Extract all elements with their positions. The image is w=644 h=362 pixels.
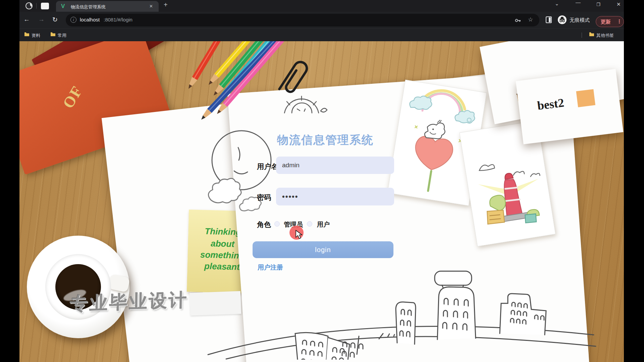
window-minimize-button[interactable]: — <box>576 0 581 5</box>
login-button[interactable]: login <box>253 241 393 258</box>
folder-icon <box>50 32 56 37</box>
url-path: :8081/#/login <box>104 17 132 22</box>
forward-button[interactable]: → <box>38 16 45 23</box>
globe-icon <box>25 2 33 9</box>
back-button[interactable]: ← <box>23 16 30 23</box>
book-cover-text: OF <box>59 82 86 111</box>
window-close-button[interactable]: ✕ <box>616 1 621 7</box>
folder-icon <box>589 32 594 37</box>
kebab-menu-icon[interactable]: ⋮ <box>617 18 622 24</box>
watermark-cover-box <box>190 291 241 315</box>
page-viewport: OF Thinking about something pleasant <box>19 41 624 362</box>
url-host: localhost <box>80 17 100 22</box>
tab-strip: V 物流信息管理系统 ✕ + ⌄ — ❐ ✕ <box>19 0 624 12</box>
chrome-update-button[interactable]: 更新 ⋮ <box>596 16 624 27</box>
browser-toolbar: ← → ↻ i localhost :8081/#/login ☆ 无痕模式 <box>19 12 624 28</box>
username-input[interactable] <box>276 157 394 174</box>
mouse-cursor-icon <box>295 230 304 240</box>
login-title: 物流信息管理系统 <box>248 132 402 148</box>
bookmark-star-icon[interactable]: ☆ <box>528 16 533 23</box>
register-link[interactable]: 用户注册 <box>258 263 283 272</box>
radio-user-label[interactable]: 用户 <box>317 220 330 229</box>
new-tab-button[interactable]: + <box>164 1 168 9</box>
address-bar[interactable]: i localhost :8081/#/login ☆ <box>66 14 539 26</box>
browser-window: V 物流信息管理系统 ✕ + ⌄ — ❐ ✕ ← → ↻ i localhost… <box>19 0 624 362</box>
browser-tab[interactable]: V 物流信息管理系统 ✕ <box>56 1 159 12</box>
bookmark-label: 资料 <box>32 33 40 39</box>
radio-admin[interactable] <box>274 221 280 227</box>
bookmark-folder-changyong[interactable]: 常用 <box>50 32 56 39</box>
other-bookmarks[interactable]: 其他书签 <box>589 32 594 39</box>
pinned-square-icon[interactable] <box>41 3 49 9</box>
side-panel-icon[interactable] <box>546 16 552 23</box>
site-info-icon[interactable]: i <box>70 17 76 23</box>
divider <box>36 3 37 9</box>
bookmarks-bar: 资料 常用 其他书签 <box>19 28 624 41</box>
password-key-icon[interactable] <box>515 17 521 25</box>
username-label: 用户名 <box>257 162 278 171</box>
bookmark-folder-ziliao[interactable]: 资料 <box>24 32 30 39</box>
paper-tag-label: best2 <box>536 96 565 113</box>
password-label: 密码 <box>257 193 271 202</box>
vue-favicon: V <box>61 3 65 10</box>
folder-icon <box>24 32 30 37</box>
bookmark-label: 常用 <box>58 33 66 39</box>
tab-title: 物流信息管理系统 <box>71 4 106 10</box>
reload-button[interactable]: ↻ <box>52 16 58 23</box>
role-label: 角色 <box>257 220 271 229</box>
tab-close-icon[interactable]: ✕ <box>149 4 153 9</box>
other-bookmarks-label: 其他书签 <box>596 33 614 39</box>
window-menu-icon[interactable]: ⌄ <box>555 1 559 7</box>
orange-sticky-tab <box>576 89 595 107</box>
radio-user[interactable] <box>307 221 312 227</box>
video-watermark: 专业毕业设计 <box>69 288 189 316</box>
screen: V 物流信息管理系统 ✕ + ⌄ — ❐ ✕ ← → ↻ i localhost… <box>0 0 644 362</box>
password-input[interactable] <box>276 188 394 205</box>
update-label: 更新 <box>601 19 611 25</box>
paperclip <box>274 55 318 102</box>
incognito-label: 无痕模式 <box>570 17 590 23</box>
divider <box>582 33 582 38</box>
incognito-icon <box>557 15 567 24</box>
paper-best2: best2 <box>516 69 624 144</box>
window-restore-button[interactable]: ❐ <box>596 2 600 7</box>
